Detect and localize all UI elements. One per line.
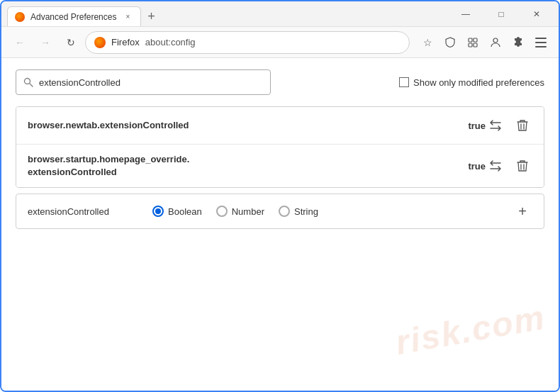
svg-rect-3 [474, 43, 477, 47]
radio-dot-boolean [155, 208, 161, 214]
search-icon [23, 77, 33, 87]
address-bar[interactable]: Firefox about:config [85, 31, 410, 54]
svg-point-8 [25, 79, 30, 84]
pref-actions [486, 156, 532, 176]
refresh-button[interactable]: ↻ [60, 31, 82, 54]
new-pref-name: extensionControlled [28, 206, 141, 217]
svg-point-4 [493, 38, 498, 43]
show-modified-text: Show only modified preferences [413, 77, 544, 88]
extension-icon[interactable] [462, 32, 483, 53]
close-button[interactable]: ✕ [520, 1, 553, 27]
radio-group: Boolean Number String [152, 206, 318, 217]
show-modified-label[interactable]: Show only modified preferences [399, 77, 544, 88]
svg-rect-6 [535, 42, 547, 43]
new-tab-button[interactable]: + [141, 6, 161, 26]
pref-value: true [461, 121, 486, 131]
radio-string[interactable]: String [279, 206, 318, 217]
maximize-button[interactable]: □ [485, 1, 517, 27]
radio-label-number: Number [232, 206, 264, 217]
active-tab[interactable]: Advanced Preferences × [7, 6, 141, 26]
delete-button[interactable] [513, 116, 532, 135]
back-button[interactable]: ← [9, 31, 31, 54]
search-box[interactable] [16, 69, 271, 95]
radio-circle-string [279, 206, 290, 217]
table-row: browser.newtab.extensionControlled true [16, 107, 544, 145]
profile-icon[interactable] [485, 32, 506, 53]
svg-rect-7 [535, 46, 547, 47]
delete-button[interactable] [513, 156, 532, 176]
browser-name: Firefox [111, 37, 140, 47]
radio-label-string: String [294, 206, 318, 217]
preferences-table: browser.newtab.extensionControlled true [16, 106, 544, 188]
address-url: about:config [145, 37, 196, 47]
tab-favicon [15, 12, 25, 22]
nav-bar: ← → ↻ Firefox about:config ☆ [1, 27, 559, 58]
menu-icon[interactable] [530, 32, 551, 53]
svg-line-9 [30, 84, 33, 86]
pref-name: browser.newtab.extensionControlled [28, 119, 461, 132]
pref-value: true [461, 161, 486, 172]
window-controls: — □ ✕ [449, 1, 553, 27]
toggle-button[interactable] [486, 116, 505, 135]
table-row: browser.startup.homepage_override. exten… [16, 145, 544, 187]
title-bar: Advanced Preferences × + — □ ✕ [1, 1, 559, 27]
show-modified-checkbox[interactable] [399, 77, 409, 87]
shield-icon[interactable] [439, 32, 461, 53]
tab-close-button[interactable]: × [122, 11, 133, 23]
add-preference-button[interactable]: + [513, 201, 532, 221]
bookmark-icon[interactable]: ☆ [417, 32, 438, 53]
nav-icons-group: ☆ [417, 32, 551, 53]
extensions-icon[interactable] [508, 32, 529, 53]
tab-area: Advanced Preferences × + [7, 1, 449, 26]
search-input[interactable] [39, 77, 263, 88]
pref-name: browser.startup.homepage_override. exten… [28, 153, 461, 179]
search-row: Show only modified preferences [16, 69, 544, 95]
svg-rect-0 [469, 38, 472, 42]
svg-rect-2 [469, 43, 472, 47]
radio-circle-boolean [152, 206, 164, 217]
content-area: Show only modified preferences browser.n… [1, 58, 559, 392]
radio-boolean[interactable]: Boolean [152, 206, 202, 217]
pref-actions [486, 116, 532, 135]
firefox-logo-icon [94, 37, 106, 48]
radio-circle-number [216, 206, 228, 217]
svg-rect-5 [535, 38, 547, 39]
tab-title: Advanced Preferences [30, 12, 116, 22]
svg-rect-1 [474, 38, 477, 42]
radio-number[interactable]: Number [216, 206, 264, 217]
minimize-button[interactable]: — [449, 1, 482, 27]
toggle-button[interactable] [486, 156, 505, 176]
radio-label-boolean: Boolean [168, 206, 202, 217]
forward-button[interactable]: → [34, 31, 57, 54]
new-preference-row: extensionControlled Boolean Number Strin… [16, 194, 544, 229]
